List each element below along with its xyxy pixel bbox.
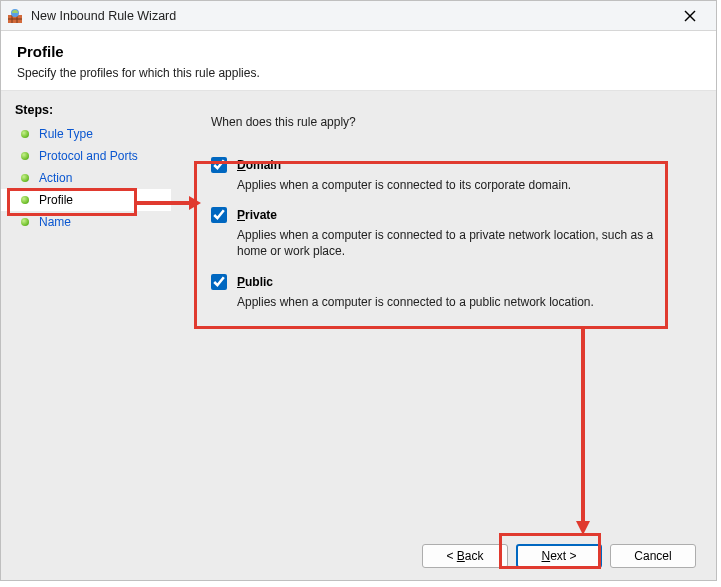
profile-option-1: PrivateApplies when a computer is connec… xyxy=(211,207,688,259)
prompt-text: When does this rule apply? xyxy=(211,115,688,129)
step-action[interactable]: Action xyxy=(1,167,171,189)
steps-sidebar: Steps: Rule TypeProtocol and PortsAction… xyxy=(1,91,171,580)
window-title: New Inbound Rule Wizard xyxy=(31,9,670,23)
step-protocol-and-ports[interactable]: Protocol and Ports xyxy=(1,145,171,167)
step-rule-type[interactable]: Rule Type xyxy=(1,123,171,145)
cancel-button[interactable]: Cancel xyxy=(610,544,696,568)
profile-label-0[interactable]: Domain xyxy=(237,158,281,172)
page-title: Profile xyxy=(17,43,700,60)
profile-description-1: Applies when a computer is connected to … xyxy=(237,227,657,259)
titlebar: New Inbound Rule Wizard xyxy=(1,1,716,31)
step-label: Protocol and Ports xyxy=(39,149,138,163)
profile-checkbox-1[interactable] xyxy=(211,207,227,223)
page-subtitle: Specify the profiles for which this rule… xyxy=(17,66,700,80)
step-bullet-icon xyxy=(21,152,29,160)
firewall-icon xyxy=(7,8,23,24)
close-button[interactable] xyxy=(670,2,710,30)
step-bullet-icon xyxy=(21,196,29,204)
step-name[interactable]: Name xyxy=(1,211,171,233)
profile-label-1[interactable]: Private xyxy=(237,208,277,222)
profile-label-2[interactable]: Public xyxy=(237,275,273,289)
profile-checkbox-0[interactable] xyxy=(211,157,227,173)
profile-option-0: DomainApplies when a computer is connect… xyxy=(211,157,688,193)
profile-description-2: Applies when a computer is connected to … xyxy=(237,294,657,310)
step-bullet-icon xyxy=(21,174,29,182)
profile-description-0: Applies when a computer is connected to … xyxy=(237,177,657,193)
step-label: Profile xyxy=(39,193,73,207)
wizard-header: Profile Specify the profiles for which t… xyxy=(1,31,716,91)
step-profile: Profile xyxy=(1,189,171,211)
next-button[interactable]: Next > xyxy=(516,544,602,568)
step-bullet-icon xyxy=(21,218,29,226)
step-label: Action xyxy=(39,171,72,185)
back-button[interactable]: < Back xyxy=(422,544,508,568)
profile-checkbox-2[interactable] xyxy=(211,274,227,290)
steps-heading: Steps: xyxy=(1,99,171,123)
wizard-footer: < Back Next > Cancel xyxy=(422,544,696,568)
step-label: Name xyxy=(39,215,71,229)
profile-option-2: PublicApplies when a computer is connect… xyxy=(211,274,688,310)
step-bullet-icon xyxy=(21,130,29,138)
wizard-content: When does this rule apply? DomainApplies… xyxy=(171,91,716,580)
step-label: Rule Type xyxy=(39,127,93,141)
